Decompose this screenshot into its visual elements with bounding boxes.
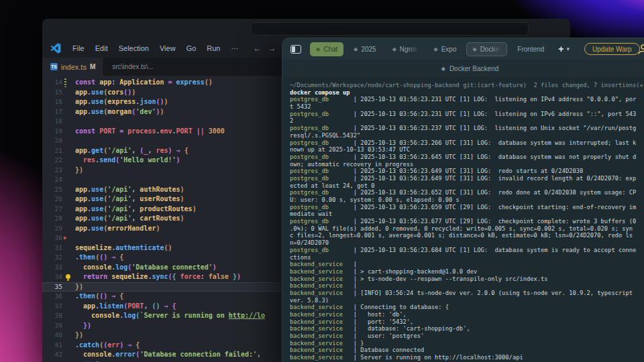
line-number: 14 — [42, 78, 62, 88]
terminal-tab-2025[interactable]: ◆2025 — [347, 42, 382, 56]
modified-badge: M — [90, 63, 95, 70]
line-number: 16 — [42, 97, 62, 107]
code-text: app.use(morgan('dev')) — [75, 107, 164, 117]
log-line: backend_service | — [290, 261, 644, 268]
session-diamond-icon: ◆ — [316, 46, 320, 52]
line-number: 18 — [42, 117, 62, 127]
tab-label: Expo — [441, 46, 457, 53]
log-line: backend_service | Server is running on h… — [290, 354, 644, 361]
log-line: backend_service | port: '5432', — [290, 318, 644, 326]
shell-prompt-line: ~/Documents/Workspace/node/cart-shopping… — [290, 82, 644, 89]
terminal-tab-chat[interactable]: ◆Chat — [310, 42, 343, 56]
tab-file-name: index.ts — [61, 63, 87, 71]
line-number: 30 — [42, 233, 62, 243]
new-tab-plus-icon[interactable]: + — [558, 44, 564, 54]
tab-list-chevron-icon[interactable]: ▾ — [567, 46, 570, 52]
gutter: 37 — [42, 302, 75, 312]
log-line: t 5432 — [290, 103, 644, 111]
line-number: 15 — [42, 88, 62, 98]
update-warp-button[interactable]: Update Warp — [584, 43, 640, 55]
session-title-text: Docker Backend — [449, 65, 498, 72]
session-diamond-icon: ◆ — [472, 46, 476, 52]
log-line: own; automatic recovery in progress — [290, 161, 644, 168]
editor-tab-indexts[interactable]: TS index.ts M — [42, 58, 104, 76]
gutter: 24 — [42, 175, 75, 185]
gutter: 27 — [42, 204, 75, 215]
line-number: 41 — [42, 341, 62, 351]
line-number: 26 — [42, 194, 62, 204]
log-line: backend_service | Connecting to database… — [290, 304, 644, 311]
code-text: }) — [75, 321, 91, 331]
tab-label: 2025 — [361, 46, 376, 53]
log-line: postgres_db | 2025-10-13 03:56:23.649 UT… — [290, 175, 644, 182]
log-line: mediate wait — [290, 210, 644, 218]
menu-item-file[interactable]: File — [67, 44, 90, 52]
typescript-file-icon: TS — [50, 63, 58, 70]
gutter: 33 — [42, 263, 75, 273]
line-number: 39 — [42, 321, 62, 331]
gutter: 42 — [42, 350, 75, 360]
log-line: backend_service | } — [290, 340, 644, 347]
command-line: docker compose up — [290, 89, 644, 97]
code-text: app.get('/api', (_, res) ⇒ { — [75, 146, 189, 156]
code-text: return sequelize.sync({ force: false }) — [75, 272, 241, 282]
terminal-tab-expo[interactable]: ◆Expo — [428, 42, 463, 56]
terminal-log: postgres_db | 2025-10-13 03:56:23.231 UT… — [290, 96, 644, 361]
account-avatar-icon[interactable] — [637, 43, 644, 55]
line-number: 23 — [42, 166, 62, 176]
tab-label: Docker — [480, 46, 502, 53]
code-text: console.error('Database connection faile… — [75, 350, 261, 360]
line-number: 25 — [42, 185, 62, 195]
code-text: app.use(cors()) — [75, 88, 136, 98]
log-line: backend_service | host: 'db', — [290, 311, 644, 318]
menu-item-edit[interactable]: Edit — [90, 44, 113, 52]
menu-item-run[interactable]: Run — [201, 44, 225, 52]
gutter: 30 — [42, 233, 75, 243]
terminal-tab-frontend[interactable]: Frontend — [511, 42, 550, 56]
git-modified-marker — [62, 78, 75, 88]
back-arrow-icon[interactable]: ← — [254, 44, 262, 53]
log-line: backend_service | [INFO] 03:56:24 ts-nod… — [290, 290, 644, 297]
lightbulb-icon — [62, 272, 75, 282]
log-line: postgres_db | 2025-10-13 03:56:23.231 UT… — [290, 96, 644, 103]
code-text: // Re — [75, 360, 103, 362]
menu-item-more[interactable]: ··· — [226, 44, 244, 52]
log-line: backend_service | > cart-shopping-backen… — [290, 268, 644, 276]
code-text: sequelize.authenticate() — [75, 243, 172, 253]
log-line: postgres_db | 2025-10-13 03:56:23.649 UT… — [290, 168, 644, 175]
code-text: app.use('/api', authRoutes) — [75, 185, 184, 195]
command-center-searchbox[interactable] — [251, 22, 529, 36]
line-number: 21 — [42, 146, 62, 156]
line-number: 35 — [42, 282, 62, 292]
gutter: 36 — [42, 292, 75, 302]
log-line: n=0/24D2070 — [290, 239, 644, 247]
line-number: 27 — [42, 204, 62, 215]
gutter: 14 — [42, 78, 75, 88]
log-line: backend_service | — [290, 282, 644, 290]
log-line: postgres_db | 2025-10-13 03:56:23.266 UT… — [290, 139, 644, 147]
warp-terminal-window: ◆Chat◆2025◆Ngrok◆Expo◆DockerFrontend + ▾… — [282, 38, 644, 362]
line-number: 17 — [42, 107, 62, 117]
menu-item-go[interactable]: Go — [181, 44, 202, 52]
breadcrumb[interactable]: src\index.ts\... — [112, 63, 154, 70]
terminal-tab-docker[interactable]: ◆Docker — [466, 42, 507, 56]
gutter: 34 — [42, 272, 75, 282]
gutter: 20 — [42, 136, 75, 146]
sidebar-toggle-icon[interactable] — [290, 45, 301, 54]
gutter: 31 — [42, 243, 75, 253]
log-line: backend_service | Database connected — [290, 347, 644, 354]
tab-label: Ngrok — [400, 46, 418, 53]
forward-arrow-icon[interactable]: → — [268, 44, 276, 53]
code-text: console.log('Database connected') — [75, 263, 217, 273]
gutter: 21 — [42, 146, 75, 156]
terminal-tab-ngrok[interactable]: ◆Ngrok — [386, 42, 424, 56]
log-line: postgres_db | 2025-10-13 03:56:23.684 UT… — [290, 247, 644, 254]
menu-item-selection[interactable]: Selection — [113, 44, 154, 52]
line-number: 31 — [42, 243, 62, 253]
code-text: app.use('/api', cartRoutes) — [75, 214, 184, 224]
code-text: app.use(errorHandler) — [75, 224, 160, 234]
code-text: }) — [75, 166, 83, 176]
log-line: postgres_db | 2025-10-13 03:56:23.659 UT… — [290, 204, 644, 211]
code-text: .then(() ⇒ { — [75, 292, 123, 302]
menu-item-view[interactable]: View — [154, 44, 181, 52]
